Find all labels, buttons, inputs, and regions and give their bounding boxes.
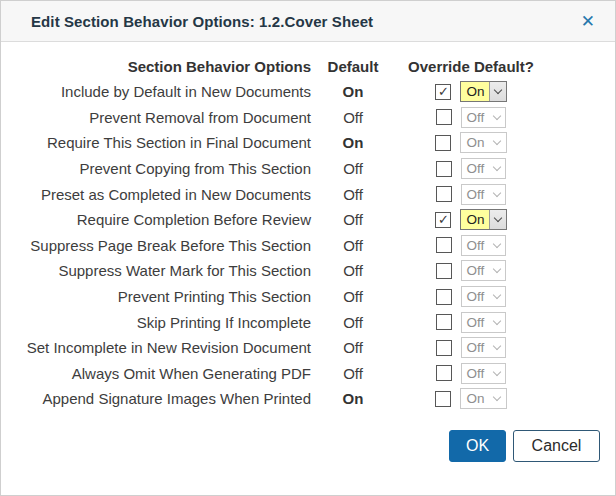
override-select: On — [460, 388, 506, 409]
override-select-value: Off — [462, 338, 489, 357]
option-label: Require Completion Before Review — [1, 211, 311, 228]
option-label: Append Signature Images When Printed — [1, 390, 311, 407]
option-row: Suppress Water Mark for This SectionOff✓… — [1, 258, 615, 284]
chevron-down-icon — [489, 389, 506, 408]
options-table: Section Behavior Options Default Overrid… — [1, 42, 615, 412]
override-controls: ✓Off — [395, 363, 547, 384]
option-label: Require This Section in Final Document — [1, 134, 311, 151]
override-select: Off — [461, 337, 507, 358]
override-checkbox[interactable]: ✓ — [435, 391, 451, 407]
option-row: Append Signature Images When PrintedOn✓O… — [1, 386, 615, 412]
override-select-value: Off — [462, 313, 489, 332]
dialog-title: Edit Section Behavior Options: 1.2.Cover… — [31, 13, 577, 30]
override-controls: ✓Off — [395, 286, 547, 307]
override-checkbox[interactable]: ✓ — [436, 289, 452, 305]
default-value: On — [311, 134, 395, 151]
edit-section-behavior-dialog: Edit Section Behavior Options: 1.2.Cover… — [0, 0, 616, 496]
option-label: Prevent Removal from Document — [1, 109, 311, 126]
chevron-down-icon — [488, 287, 505, 306]
option-row: Suppress Page Break Before This SectionO… — [1, 233, 615, 259]
override-select-value: Off — [462, 236, 489, 255]
override-controls: ✓Off — [395, 312, 547, 333]
table-rows: Include by Default in New DocumentsOn✓On… — [1, 79, 615, 412]
override-select-value: On — [461, 133, 488, 152]
override-select-value: On — [461, 389, 488, 408]
header-override-default: Override Default? — [395, 58, 547, 75]
option-label: Prevent Copying from This Section — [1, 160, 311, 177]
option-label: Suppress Page Break Before This Section — [1, 237, 311, 254]
option-row: Prevent Copying from This SectionOff✓Off — [1, 156, 615, 182]
default-value: Off — [311, 237, 395, 254]
override-select-value: On — [461, 210, 488, 229]
chevron-down-icon — [488, 185, 505, 204]
default-value: Off — [311, 262, 395, 279]
override-select-value: Off — [462, 185, 489, 204]
default-value: Off — [311, 186, 395, 203]
override-controls: ✓Off — [395, 235, 547, 256]
checkmark-icon: ✓ — [438, 85, 449, 98]
override-select: Off — [461, 235, 507, 256]
close-icon[interactable]: ✕ — [577, 11, 599, 32]
override-checkbox[interactable]: ✓ — [436, 161, 452, 177]
option-label: Always Omit When Generating PDF — [1, 365, 311, 382]
override-checkbox[interactable]: ✓ — [436, 365, 452, 381]
option-row: Require This Section in Final DocumentOn… — [1, 130, 615, 156]
default-value: Off — [311, 339, 395, 356]
override-checkbox[interactable]: ✓ — [435, 212, 451, 228]
chevron-down-icon — [489, 82, 506, 101]
override-controls: ✓Off — [395, 184, 547, 205]
override-select[interactable]: On — [460, 81, 506, 102]
override-checkbox[interactable]: ✓ — [436, 186, 452, 202]
override-controls: ✓Off — [395, 107, 547, 128]
override-select-value: Off — [462, 159, 489, 178]
override-select: Off — [461, 260, 507, 281]
option-label: Suppress Water Mark for This Section — [1, 262, 311, 279]
override-select-value: Off — [462, 364, 489, 383]
override-select: Off — [461, 312, 507, 333]
dialog-titlebar: Edit Section Behavior Options: 1.2.Cover… — [1, 1, 615, 42]
option-label: Set Incomplete in New Revision Document — [1, 339, 311, 356]
table-header-row: Section Behavior Options Default Overrid… — [1, 53, 615, 79]
dialog-footer: OK Cancel — [449, 430, 600, 462]
override-select-value: Off — [462, 287, 489, 306]
override-select-value: On — [461, 82, 488, 101]
override-checkbox[interactable]: ✓ — [436, 237, 452, 253]
override-checkbox[interactable]: ✓ — [436, 263, 452, 279]
override-controls: ✓On — [395, 209, 547, 230]
override-controls: ✓On — [395, 132, 547, 153]
chevron-down-icon — [488, 364, 505, 383]
override-controls: ✓On — [395, 388, 547, 409]
override-controls: ✓Off — [395, 337, 547, 358]
override-select[interactable]: On — [460, 209, 506, 230]
override-select: Off — [461, 286, 507, 307]
chevron-down-icon — [488, 338, 505, 357]
default-value: Off — [311, 160, 395, 177]
option-label: Preset as Completed in New Documents — [1, 186, 311, 203]
override-select-value: Off — [462, 108, 489, 127]
option-row: Prevent Removal from DocumentOff✓Off — [1, 105, 615, 131]
chevron-down-icon — [488, 108, 505, 127]
option-label: Prevent Printing This Section — [1, 288, 311, 305]
override-checkbox[interactable]: ✓ — [436, 340, 452, 356]
option-label: Include by Default in New Documents — [1, 83, 311, 100]
cancel-button[interactable]: Cancel — [513, 430, 600, 462]
option-label: Skip Printing If Incomplete — [1, 314, 311, 331]
default-value: Off — [311, 314, 395, 331]
option-row: Always Omit When Generating PDFOff✓Off — [1, 361, 615, 387]
override-controls: ✓Off — [395, 158, 547, 179]
option-row: Set Incomplete in New Revision DocumentO… — [1, 335, 615, 361]
override-checkbox[interactable]: ✓ — [435, 135, 451, 151]
override-checkbox[interactable]: ✓ — [436, 109, 452, 125]
option-row: Skip Printing If IncompleteOff✓Off — [1, 309, 615, 335]
override-checkbox[interactable]: ✓ — [435, 84, 451, 100]
default-value: On — [311, 83, 395, 100]
override-checkbox[interactable]: ✓ — [436, 314, 452, 330]
override-controls: ✓On — [395, 81, 547, 102]
chevron-down-icon — [488, 236, 505, 255]
override-controls: ✓Off — [395, 260, 547, 281]
option-row: Require Completion Before ReviewOff✓On — [1, 207, 615, 233]
option-row: Prevent Printing This SectionOff✓Off — [1, 284, 615, 310]
ok-button[interactable]: OK — [449, 430, 506, 462]
override-select: Off — [461, 184, 507, 205]
override-select-value: Off — [462, 261, 489, 280]
